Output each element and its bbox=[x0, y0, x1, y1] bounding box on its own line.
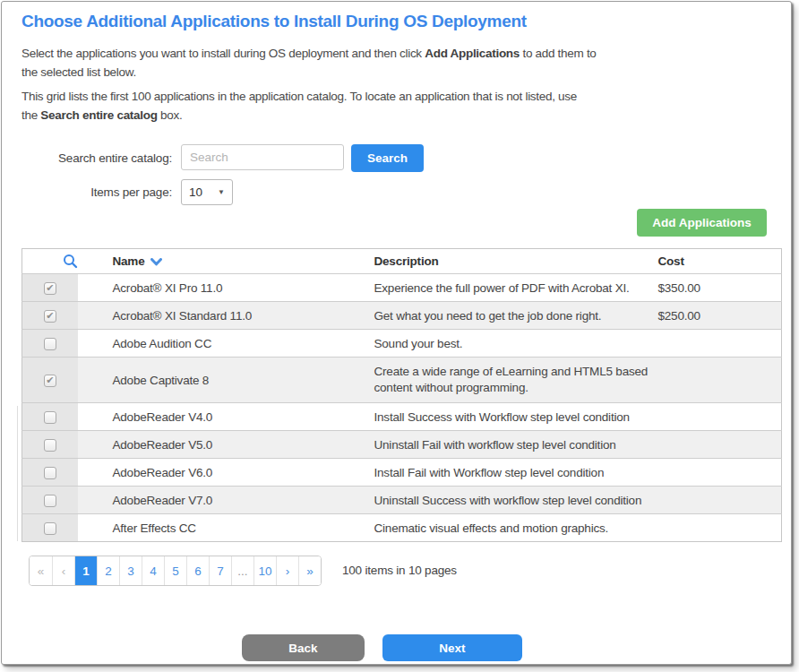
table-header-row: Name Description Cost bbox=[22, 249, 782, 274]
intro-line: Select the applications you want to inst… bbox=[21, 44, 597, 63]
cell-app-cost: $250.00 bbox=[651, 302, 782, 330]
row-checkbox-cell bbox=[22, 274, 78, 302]
pager-nav-button: ‹ bbox=[52, 556, 74, 585]
search-catalog-label: Search entire catalog: bbox=[2, 151, 172, 165]
row-checkbox-checked[interactable] bbox=[44, 375, 56, 387]
pager-nav-button[interactable]: » bbox=[298, 556, 321, 585]
intro-paragraph-2: This grid lists the first 100 applicatio… bbox=[21, 87, 577, 125]
table-row[interactable]: After Effects CCCinematic visual effects… bbox=[22, 514, 782, 542]
table-row[interactable]: AdobeReader V4.0Install Success with Wor… bbox=[22, 403, 782, 431]
pager-page-button[interactable]: 3 bbox=[119, 556, 142, 585]
cell-app-cost bbox=[651, 487, 782, 514]
row-checkbox-cell bbox=[22, 514, 78, 542]
row-checkbox-checked[interactable] bbox=[44, 282, 56, 295]
column-header-name-label: Name bbox=[113, 254, 145, 268]
cell-app-cost bbox=[651, 330, 782, 358]
cell-app-description: Sound your best. bbox=[365, 330, 651, 358]
cell-app-cost bbox=[651, 431, 782, 459]
table-row[interactable]: AdobeReader V6.0Install Fail with Workfl… bbox=[22, 459, 782, 487]
column-header-cost[interactable]: Cost bbox=[651, 249, 782, 274]
intro-line: the selected list below. bbox=[21, 63, 597, 82]
cell-app-name: AdobeReader V4.0 bbox=[78, 403, 365, 431]
search-button[interactable]: Search bbox=[351, 144, 424, 172]
pager-ellipsis: ... bbox=[231, 556, 253, 585]
cell-app-name: Adobe Audition CC bbox=[78, 330, 365, 358]
cell-app-name: After Effects CC bbox=[78, 514, 365, 542]
cell-app-cost bbox=[651, 403, 782, 431]
pager-page-button[interactable]: 10 bbox=[253, 556, 276, 585]
pager-page-button[interactable]: 4 bbox=[142, 556, 164, 585]
pager-page-button[interactable]: 7 bbox=[209, 556, 231, 585]
intro-paragraph-1: Select the applications you want to inst… bbox=[21, 44, 597, 82]
row-checkbox-cell bbox=[22, 487, 78, 514]
table-row[interactable]: Adobe Captivate 8Create a wide range of … bbox=[22, 358, 782, 403]
pagination: «‹1234567...10›» bbox=[29, 556, 322, 586]
cell-app-description: Create a wide range of eLearning and HTM… bbox=[365, 358, 651, 403]
cell-app-name: Adobe Captivate 8 bbox=[78, 358, 365, 403]
row-checkbox[interactable] bbox=[44, 495, 56, 507]
cell-app-name: AdobeReader V5.0 bbox=[78, 431, 365, 459]
items-per-page-value: 10 bbox=[189, 185, 202, 199]
cell-app-name: Acrobat® XI Pro 11.0 bbox=[78, 274, 365, 302]
cell-app-description: Uninstall Success with workflow step lev… bbox=[365, 487, 651, 514]
cell-app-description: Experience the full power of PDF with Ac… bbox=[365, 274, 651, 302]
cell-app-description: Uninstall Fail with workflow step level … bbox=[365, 431, 651, 459]
row-checkbox-checked[interactable] bbox=[44, 310, 56, 323]
table-row[interactable]: Acrobat® XI Standard 11.0Get what you ne… bbox=[22, 302, 782, 330]
cell-app-cost: $350.00 bbox=[651, 274, 782, 302]
sort-descending-icon bbox=[150, 258, 162, 266]
cell-app-name: AdobeReader V6.0 bbox=[78, 459, 365, 487]
next-button[interactable]: Next bbox=[382, 634, 522, 661]
cell-app-name: AdobeReader V7.0 bbox=[78, 487, 365, 514]
row-checkbox[interactable] bbox=[44, 467, 56, 479]
row-checkbox-cell bbox=[22, 459, 78, 487]
row-checkbox[interactable] bbox=[44, 411, 56, 424]
row-checkbox-cell bbox=[22, 330, 78, 358]
cell-app-description: Get what you need to get the job done ri… bbox=[365, 302, 651, 330]
pager-page-button[interactable]: 2 bbox=[97, 556, 119, 585]
back-button[interactable]: Back bbox=[242, 634, 365, 661]
pager-nav-button[interactable]: › bbox=[276, 556, 298, 585]
row-checkbox-cell bbox=[22, 403, 78, 431]
items-per-page-label: Items per page: bbox=[2, 185, 172, 199]
table-row[interactable]: Adobe Audition CCSound your best. bbox=[22, 330, 782, 358]
cell-app-description: Install Fail with Workflow step level co… bbox=[365, 459, 651, 487]
table-row[interactable]: AdobeReader V5.0Uninstall Fail with work… bbox=[22, 431, 782, 459]
cell-app-name: Acrobat® XI Standard 11.0 bbox=[78, 302, 365, 330]
cell-app-cost bbox=[651, 459, 782, 487]
applications-table: Name Description Cost Acrobat® XI Pro 11… bbox=[21, 248, 782, 542]
pager-current-page: 1 bbox=[74, 556, 97, 585]
intro-line: This grid lists the first 100 applicatio… bbox=[21, 87, 577, 106]
cell-app-description: Install Success with Workflow step level… bbox=[365, 403, 651, 431]
row-checkbox-cell bbox=[22, 358, 78, 403]
page-title: Choose Additional Applications to Instal… bbox=[21, 12, 527, 31]
search-icon[interactable] bbox=[63, 254, 78, 269]
pagination-summary: 100 items in 10 pages bbox=[342, 564, 457, 577]
intro-line: the Search entire catalog box. bbox=[21, 106, 577, 125]
add-applications-button[interactable]: Add Applications bbox=[637, 209, 767, 237]
pager-nav-button: « bbox=[30, 556, 52, 585]
cell-app-cost bbox=[651, 514, 782, 542]
row-checkbox[interactable] bbox=[44, 338, 56, 350]
row-checkbox-cell bbox=[22, 431, 78, 459]
search-input[interactable] bbox=[181, 144, 344, 170]
column-header-name[interactable]: Name bbox=[78, 249, 365, 274]
grid-scroll-edge bbox=[17, 406, 18, 541]
row-checkbox[interactable] bbox=[44, 522, 56, 535]
cell-app-cost bbox=[651, 358, 782, 403]
items-per-page-select[interactable]: 10 ▼ bbox=[181, 179, 233, 205]
row-checkbox[interactable] bbox=[44, 439, 56, 452]
chevron-down-icon: ▼ bbox=[218, 188, 225, 196]
column-header-description[interactable]: Description bbox=[365, 249, 651, 274]
pager-page-button[interactable]: 5 bbox=[164, 556, 186, 585]
table-row[interactable]: Acrobat® XI Pro 11.0Experience the full … bbox=[22, 274, 782, 302]
table-row[interactable]: AdobeReader V7.0Uninstall Success with w… bbox=[22, 487, 782, 514]
cell-app-description: Cinematic visual effects and motion grap… bbox=[365, 514, 651, 542]
wizard-panel: Choose Additional Applications to Instal… bbox=[1, 1, 792, 665]
pager-page-button[interactable]: 6 bbox=[186, 556, 209, 585]
row-checkbox-cell bbox=[22, 302, 78, 330]
